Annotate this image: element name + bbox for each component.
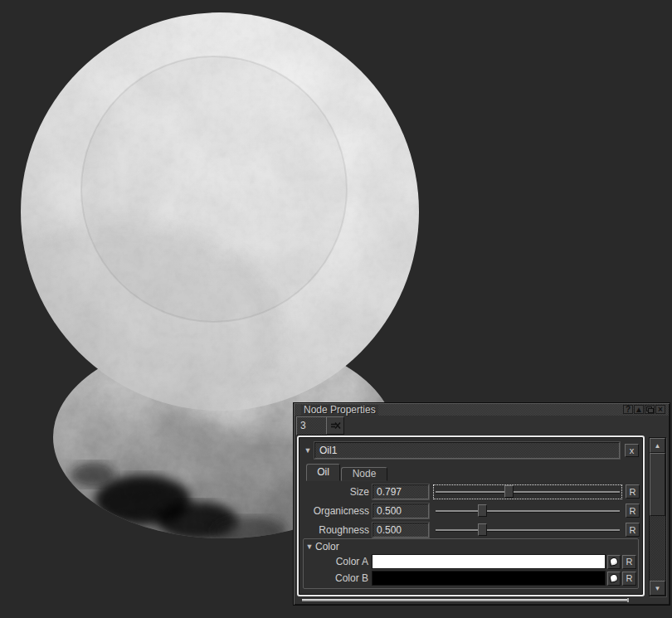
roughness-label: Roughness (301, 524, 373, 536)
application-stage: Node Properties ? ▲ × 3 ▼ Oil1 x (0, 0, 672, 618)
param-row-organicness: Organicness 0.500 R (301, 501, 640, 520)
organicness-label: Organicness (301, 505, 373, 517)
organicness-slider-track (436, 510, 620, 512)
tab-bar: Oil Node (306, 463, 387, 481)
color-b-label: Color B (304, 572, 372, 584)
color-group-header[interactable]: ▼ Color (304, 540, 638, 553)
window-title: Node Properties (301, 405, 378, 416)
node-header: ▼ Oil1 x (302, 441, 639, 460)
param-row-size: Size 0.797 R (301, 482, 640, 501)
tab-oil[interactable]: Oil (306, 464, 340, 481)
color-picker-icon (609, 557, 619, 567)
color-group-label: Color (315, 541, 339, 552)
collapse-color-icon[interactable]: ▼ (304, 543, 315, 551)
param-row-roughness: Roughness 0.500 R (301, 520, 640, 539)
size-slider[interactable] (433, 484, 622, 499)
vertical-scrollbar[interactable]: ▲ ▼ (649, 437, 666, 596)
color-b-reset-button[interactable]: R (622, 572, 636, 586)
node-properties-window: Node Properties ? ▲ × 3 ▼ Oil1 x (293, 402, 670, 606)
organicness-reset-button[interactable]: R (626, 504, 640, 518)
shade-icon[interactable]: ▲ (634, 405, 644, 414)
restore-rect-front (648, 408, 654, 413)
parameter-panel: ▼ Oil1 x Oil Node Size 0.797 R Organicne… (297, 436, 645, 596)
roughness-reset-button[interactable]: R (626, 523, 640, 537)
horizontal-scrollbar-notch (627, 598, 629, 602)
titlebar-icons: ? ▲ × (623, 405, 665, 414)
color-a-swatch[interactable] (372, 554, 606, 569)
scroll-down-button[interactable]: ▼ (650, 581, 665, 596)
clear-button[interactable] (326, 416, 344, 435)
close-icon[interactable]: × (655, 405, 665, 414)
collapse-node-icon[interactable]: ▼ (302, 446, 314, 455)
color-a-label: Color A (304, 556, 372, 567)
roughness-slider-track (436, 529, 620, 531)
organicness-slider-handle[interactable] (478, 504, 487, 517)
roughness-slider-handle[interactable] (478, 523, 487, 536)
organicness-value-field[interactable]: 0.500 (373, 504, 429, 518)
window-titlebar[interactable]: Node Properties ? ▲ × (295, 404, 669, 416)
scrollbar-thumb[interactable] (650, 453, 665, 516)
remove-node-button[interactable]: x (625, 444, 639, 457)
color-b-picker-button[interactable] (607, 572, 621, 586)
size-slider-handle[interactable] (504, 485, 514, 498)
size-value-field[interactable]: 0.797 (373, 484, 429, 499)
size-slider-track (436, 491, 620, 493)
roughness-value-field[interactable]: 0.500 (373, 523, 429, 538)
color-picker-icon (609, 573, 619, 583)
size-reset-button[interactable]: R (626, 484, 640, 499)
color-a-reset-button[interactable]: R (622, 555, 636, 569)
scroll-up-button[interactable]: ▲ (650, 438, 665, 453)
color-group: ▼ Color Color A R Color B (303, 538, 639, 589)
tab-node[interactable]: Node (341, 467, 387, 481)
scrollbar-track[interactable] (650, 516, 665, 582)
float-window-icon[interactable] (645, 405, 655, 414)
display-count-input[interactable]: 3 (296, 416, 327, 436)
roughness-slider[interactable] (433, 523, 622, 538)
color-b-swatch[interactable] (372, 571, 606, 586)
help-icon[interactable]: ? (623, 405, 633, 414)
color-b-row: Color B R (304, 570, 638, 586)
color-a-picker-button[interactable] (607, 555, 621, 569)
size-label: Size (301, 486, 373, 498)
organicness-slider[interactable] (433, 504, 622, 518)
clear-icon (330, 421, 341, 430)
node-name-field[interactable]: Oil1 (314, 442, 620, 459)
horizontal-scrollbar[interactable] (302, 599, 629, 601)
color-a-row: Color A R (304, 553, 638, 570)
